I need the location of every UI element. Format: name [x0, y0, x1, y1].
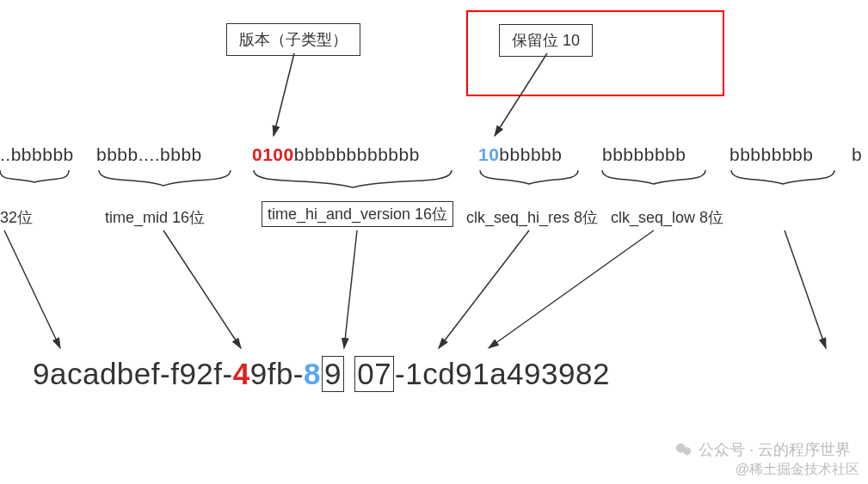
arrow-version [274, 53, 294, 136]
arrow-l1 [4, 230, 60, 348]
bits-seg6: bbbbbbbb [729, 144, 813, 165]
diagram-svg [0, 0, 868, 484]
uuid-p1: 9acadbef-f92f- [33, 357, 233, 390]
svg-point-1 [683, 447, 691, 455]
uuid-p7: -1cd91a493982 [395, 357, 610, 390]
uuid-version-digit: 4 [233, 357, 250, 390]
bits-seg7: b [852, 144, 862, 165]
uuid-p3: 9fb- [250, 357, 304, 390]
brace-2 [99, 170, 231, 186]
uuid-reserved-digit: 8 [304, 357, 321, 390]
uuid-display: 9acadbef-f92f-49fb-89 07-1cd91a493982 [33, 356, 610, 392]
label-4: clk_seq_hi_res 8位 [466, 207, 598, 228]
watermark-juejin: @稀土掘金技术社区 [736, 461, 859, 479]
watermark-1-text: 公众号 · 云的程序世界 [699, 439, 851, 460]
wechat-icon [674, 440, 693, 459]
arrow-l4 [439, 230, 529, 348]
brace-3 [254, 170, 452, 187]
brace-1 [0, 170, 69, 182]
arrow-l2 [163, 230, 241, 348]
bits-seg1: ..bbbbbb [0, 144, 74, 165]
bits-seg3-version: 0100 [252, 144, 294, 164]
label-2: time_mid 16位 [105, 207, 205, 228]
bits-seg5: bbbbbbbb [602, 144, 686, 165]
version-annotation-box: 版本（子类型） [226, 23, 360, 56]
bits-seg4: 10bbbbbb [478, 144, 562, 165]
version-label: 版本（子类型） [239, 31, 348, 48]
label-5: clk_seq_low 8位 [611, 207, 723, 228]
arrow-l5 [489, 230, 654, 348]
brace-6 [731, 170, 834, 184]
uuid-box1: 9 [322, 356, 344, 392]
bits-seg4-rest: bbbbbb [499, 144, 562, 164]
label-3-box: time_hi_and_version 16位 [262, 201, 453, 227]
arrow-l6 [785, 230, 826, 348]
uuid-box2: 07 [354, 356, 394, 392]
reserved-label: 保留位 10 [512, 32, 580, 49]
bits-seg3: 0100bbbbbbbbbbbb [252, 144, 420, 165]
brace-4 [480, 170, 578, 184]
bits-seg4-reserved: 10 [478, 144, 499, 164]
bits-seg2: bbbb....bbbb [96, 144, 202, 165]
label-3: time_hi_and_version 16位 [268, 205, 447, 223]
reserved-annotation-box: 保留位 10 [499, 24, 593, 57]
brace-5 [602, 170, 705, 184]
label-1: 32位 [0, 207, 33, 228]
watermark-wechat: 公众号 · 云的程序世界 [674, 439, 851, 460]
bits-seg3-rest: bbbbbbbbbbbb [294, 144, 420, 164]
arrow-l3 [344, 230, 357, 348]
